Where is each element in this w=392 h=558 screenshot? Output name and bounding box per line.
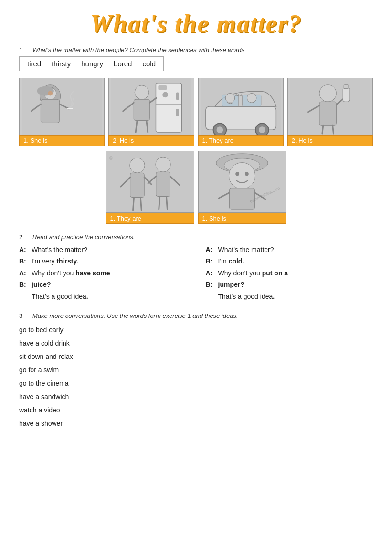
section2-number: 2 bbox=[19, 233, 27, 241]
convo1-text3: Why don't you have some bbox=[32, 268, 187, 278]
speaker-b4: B: bbox=[206, 279, 215, 290]
svg-rect-38 bbox=[343, 88, 350, 102]
convo2-line3: A: Why don't you put on a bbox=[206, 268, 373, 278]
svg-text:zzz: zzz bbox=[234, 92, 242, 97]
svg-line-47 bbox=[133, 197, 134, 210]
image-2 bbox=[108, 78, 194, 135]
suggestion-2: have a cold drink bbox=[19, 337, 373, 350]
svg-rect-7 bbox=[67, 108, 73, 109]
svg-rect-13 bbox=[176, 109, 179, 116]
speaker-a2: A: bbox=[19, 268, 29, 278]
svg-rect-39 bbox=[344, 85, 349, 89]
image-5: © bbox=[106, 151, 194, 213]
svg-point-15 bbox=[162, 92, 168, 98]
image-grid-top: 1. She is 2. He is bbox=[19, 78, 373, 146]
convo1-text4: juice? bbox=[32, 279, 187, 290]
suggestion-6: have a sandwich bbox=[19, 390, 373, 403]
convo1-line4: B: juice? bbox=[19, 279, 187, 290]
speaker-blank1 bbox=[19, 291, 29, 302]
speaker-b1: B: bbox=[19, 256, 29, 266]
suggestions-list: go to bed early have a cold drink sit do… bbox=[19, 323, 373, 430]
convo1-line1: A: What's the matter? bbox=[19, 244, 187, 255]
svg-point-61 bbox=[244, 172, 248, 176]
svg-line-41 bbox=[332, 125, 333, 134]
speaker-a4: A: bbox=[206, 268, 215, 278]
convo2-line4: B: jumper? bbox=[206, 279, 373, 290]
section2-instruction: Read and practice the conversations. bbox=[32, 233, 135, 241]
section3-instruction: Make more conversations. Use the words f… bbox=[32, 312, 238, 319]
svg-point-59 bbox=[229, 163, 255, 189]
svg-line-48 bbox=[140, 197, 141, 210]
svg-rect-0 bbox=[22, 78, 102, 135]
conversation-1: A: What's the matter? B: I'm very thirst… bbox=[19, 244, 187, 303]
image-6: eslprintables.com bbox=[198, 151, 286, 213]
svg-point-8 bbox=[48, 91, 53, 96]
convo2-text5: That's a good idea. bbox=[218, 291, 373, 302]
svg-point-60 bbox=[235, 172, 239, 176]
conversation-row: A: What's the matter? B: I'm very thirst… bbox=[19, 244, 373, 303]
image-grid-bottom: © 1. They are bbox=[19, 151, 373, 224]
section1-instruction: What's the matter with the people? Compl… bbox=[32, 46, 244, 53]
suggestion-1: go to bed early bbox=[19, 323, 373, 337]
word-bored: bored bbox=[114, 60, 132, 68]
svg-point-16 bbox=[135, 85, 149, 100]
word-hungry: hungry bbox=[81, 60, 103, 68]
svg-line-54 bbox=[166, 197, 167, 210]
svg-text:©: © bbox=[109, 155, 113, 161]
convo2-text3: Why don't you put on a bbox=[218, 268, 373, 278]
caption-2: 2. He is bbox=[108, 135, 194, 146]
convo1-line5: That's a good idea. bbox=[19, 291, 187, 302]
svg-rect-17 bbox=[134, 99, 149, 120]
svg-point-26 bbox=[225, 93, 235, 103]
svg-line-40 bbox=[322, 125, 323, 134]
convo2-line5: That's a good idea. bbox=[206, 291, 373, 302]
image-4 bbox=[287, 78, 373, 135]
section1-header: 1 What's the matter with the people? Com… bbox=[19, 46, 373, 53]
caption-3: 1. They are bbox=[198, 135, 284, 146]
suggestion-7: watch a video bbox=[19, 403, 373, 417]
convo2-line1: A: What's the matter? bbox=[206, 244, 373, 255]
speaker-b3: B: bbox=[206, 256, 215, 266]
svg-point-32 bbox=[258, 126, 265, 133]
suggestion-4: go for a swim bbox=[19, 363, 373, 377]
word-tired: tired bbox=[27, 60, 41, 68]
svg-rect-50 bbox=[156, 172, 170, 196]
svg-rect-14 bbox=[159, 85, 167, 90]
svg-rect-44 bbox=[130, 173, 144, 197]
speaker-a3: A: bbox=[206, 244, 215, 255]
convo2-text1: What's the matter? bbox=[218, 244, 373, 255]
suggestion-8: have a shower bbox=[19, 417, 373, 430]
page-title: What's the matter? bbox=[19, 10, 373, 38]
section2: 2 Read and practice the conversations. A… bbox=[19, 233, 373, 303]
convo1-line3: A: Why don't you have some bbox=[19, 268, 187, 278]
speaker-b2: B: bbox=[19, 279, 29, 290]
speaker-a1: A: bbox=[19, 244, 29, 255]
svg-rect-4 bbox=[41, 99, 59, 123]
conversation-2: A: What's the matter? B: I'm cold. A: Wh… bbox=[206, 244, 373, 303]
caption-4: 2. He is bbox=[287, 135, 373, 146]
suggestion-5: go to the cinema bbox=[19, 377, 373, 390]
convo2-text2: I'm cold. bbox=[218, 256, 373, 266]
convo1-text5: That's a good idea. bbox=[32, 291, 187, 302]
image-card-2: 2. He is bbox=[108, 78, 194, 146]
svg-point-28 bbox=[247, 93, 256, 103]
convo1-text2: I'm very thirsty. bbox=[32, 256, 187, 266]
word-cold: cold bbox=[142, 60, 156, 68]
convo2-line2: B: I'm cold. bbox=[206, 256, 373, 266]
convo1-line2: B: I'm very thirsty. bbox=[19, 256, 187, 266]
svg-point-43 bbox=[129, 158, 145, 173]
svg-rect-35 bbox=[319, 102, 336, 125]
suggestion-3: sit down and relax bbox=[19, 350, 373, 363]
image-3: zzz bbox=[198, 78, 284, 135]
section3-number: 3 bbox=[19, 312, 27, 319]
caption-5: 1. They are bbox=[106, 213, 194, 224]
svg-line-53 bbox=[159, 197, 159, 210]
word-thirsty: thirsty bbox=[52, 60, 71, 68]
image-card-1: 1. She is bbox=[19, 78, 105, 146]
svg-rect-12 bbox=[176, 93, 179, 100]
svg-point-49 bbox=[155, 157, 170, 172]
section3: 3 Make more conversations. Use the words… bbox=[19, 312, 373, 430]
image-card-3: zzz 1. They are bbox=[198, 78, 284, 146]
convo2-text4: jumper? bbox=[218, 279, 373, 290]
svg-point-30 bbox=[216, 126, 223, 133]
